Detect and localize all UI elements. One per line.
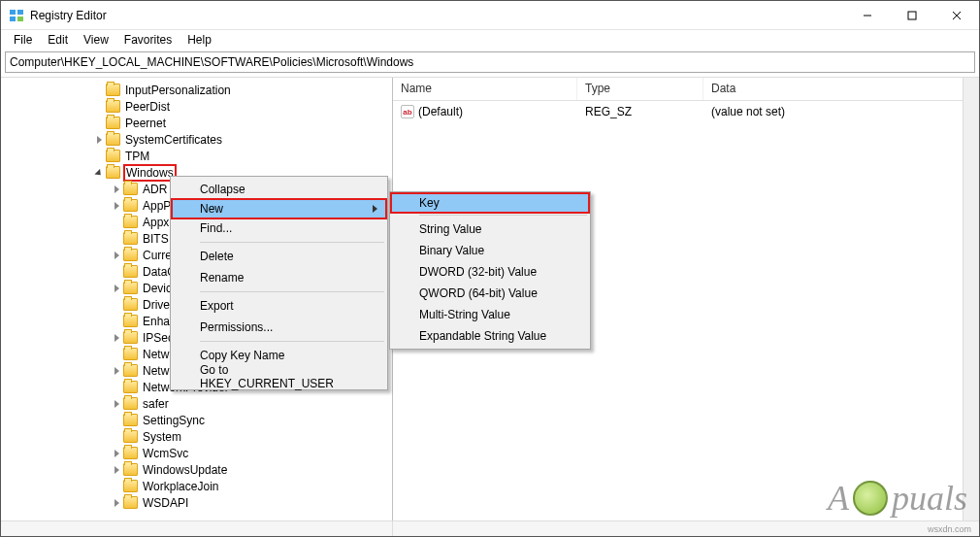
folder-icon — [123, 364, 138, 377]
tree-node[interactable]: WSDAPI — [1, 494, 392, 511]
folder-icon — [123, 414, 138, 426]
tree-node[interactable]: TPM — [1, 148, 392, 164]
col-data[interactable]: Data — [703, 78, 956, 100]
folder-icon — [123, 331, 138, 344]
tree-node-label: SettingSync — [141, 414, 207, 427]
tree-node[interactable]: PeerDist — [1, 98, 392, 115]
value-data: (value not set) — [703, 105, 956, 118]
folder-icon — [123, 496, 138, 509]
minimize-button[interactable] — [845, 1, 890, 30]
new-submenu: Key String Value Binary Value DWORD (32-… — [389, 191, 591, 350]
expand-icon-closed[interactable] — [92, 136, 106, 144]
folder-icon — [106, 166, 120, 179]
menu-help[interactable]: Help — [180, 31, 218, 49]
menu-favorites[interactable]: Favorites — [117, 31, 179, 49]
submenu-key[interactable]: Key — [390, 192, 590, 214]
list-header: Name Type Data — [393, 78, 979, 101]
window-title: Registry Editor — [30, 9, 107, 22]
folder-icon — [123, 183, 138, 195]
folder-icon — [123, 315, 138, 327]
statusbar — [1, 520, 979, 536]
ctx-rename[interactable]: Rename — [173, 267, 385, 288]
maximize-button[interactable] — [890, 1, 934, 30]
submenu-binary[interactable]: Binary Value — [392, 240, 588, 261]
folder-icon — [106, 133, 120, 146]
tree-node[interactable]: System — [1, 428, 392, 445]
value-name: (Default) — [418, 105, 463, 118]
tree-node-label: WindowsUpdate — [141, 463, 229, 477]
tree-node-label: safer — [141, 397, 171, 411]
expand-icon-closed[interactable] — [110, 400, 123, 408]
ctx-separator — [200, 341, 384, 342]
ctx-delete[interactable]: Delete — [173, 246, 385, 267]
ctx-export[interactable]: Export — [173, 295, 385, 317]
ctx-permissions[interactable]: Permissions... — [173, 317, 385, 338]
submenu-dword[interactable]: DWORD (32-bit) Value — [392, 261, 588, 283]
regedit-icon — [9, 8, 24, 23]
tree-node-label: Devic — [141, 282, 174, 295]
menu-view[interactable]: View — [77, 31, 115, 49]
tree-node-label: ADR — [141, 183, 169, 196]
ctx-separator — [200, 291, 384, 292]
tree-node[interactable]: SystemCertificates — [1, 131, 392, 148]
expand-icon-closed[interactable] — [110, 499, 123, 507]
expand-icon-closed[interactable] — [110, 285, 123, 292]
value-type: REG_SZ — [577, 105, 703, 118]
folder-icon — [123, 381, 138, 393]
folder-icon — [123, 463, 138, 476]
expand-icon-closed[interactable] — [110, 202, 123, 210]
ctx-find[interactable]: Find... — [173, 218, 385, 239]
svg-rect-0 — [10, 10, 16, 15]
tree-node[interactable]: WorkplaceJoin — [1, 478, 392, 494]
folder-icon — [123, 265, 138, 278]
tree-node[interactable]: SettingSync — [1, 412, 392, 428]
folder-icon — [123, 249, 138, 261]
tree-node-label: Curre — [141, 249, 174, 262]
menu-file[interactable]: File — [7, 31, 39, 49]
folder-icon — [123, 397, 138, 410]
tree-node-label: WorkplaceJoin — [141, 480, 220, 493]
tree-node[interactable]: WindowsUpdate — [1, 461, 392, 478]
folder-icon — [123, 298, 138, 311]
tree-node-label: TPM — [123, 150, 151, 163]
tree-node-label: PeerDist — [123, 100, 172, 114]
tree-node[interactable]: Peernet — [1, 115, 392, 131]
folder-icon — [123, 480, 138, 492]
expand-icon-closed[interactable] — [110, 185, 123, 193]
ctx-separator — [200, 242, 384, 243]
submenu-string[interactable]: String Value — [392, 218, 588, 240]
submenu-multistring[interactable]: Multi-String Value — [392, 304, 588, 325]
ctx-collapse[interactable]: Collapse — [173, 179, 385, 200]
tree-node-label: System — [141, 430, 183, 444]
submenu-qword[interactable]: QWORD (64-bit) Value — [392, 283, 588, 304]
menu-edit[interactable]: Edit — [41, 31, 75, 49]
expand-icon-closed[interactable] — [110, 466, 123, 474]
tree-node-label: AppP — [141, 199, 173, 213]
expand-icon-closed[interactable] — [110, 367, 123, 375]
ctx-new[interactable]: New — [171, 198, 387, 219]
folder-icon — [123, 348, 138, 360]
tree-node[interactable]: InputPersonalization — [1, 82, 392, 98]
ctx-new-label: New — [200, 202, 223, 216]
col-type[interactable]: Type — [577, 78, 703, 100]
expand-icon-open[interactable] — [92, 170, 106, 175]
expand-icon-closed[interactable] — [110, 252, 123, 259]
tree-node[interactable]: safer — [1, 395, 392, 412]
expand-icon-closed[interactable] — [110, 450, 123, 457]
expand-icon-closed[interactable] — [110, 334, 123, 342]
tree-node[interactable]: WcmSvc — [1, 445, 392, 461]
vertical-scrollbar[interactable] — [963, 78, 979, 520]
value-row[interactable]: (Default) REG_SZ (value not set) — [393, 103, 979, 120]
ctx-goto-hkcu[interactable]: Go to HKEY_CURRENT_USER — [173, 366, 385, 387]
tree-node-label: Enha — [141, 315, 172, 328]
folder-icon — [123, 199, 138, 212]
svg-rect-5 — [908, 12, 916, 19]
submenu-key-label: Key — [419, 196, 440, 210]
attribution: wsxdn.com — [928, 524, 971, 534]
context-menu: Collapse New Find... Delete Rename Expor… — [170, 176, 388, 390]
address-bar[interactable]: Computer\HKEY_LOCAL_MACHINE\SOFTWARE\Pol… — [5, 51, 975, 73]
close-button[interactable] — [934, 1, 979, 30]
col-name[interactable]: Name — [393, 78, 577, 100]
submenu-expandable[interactable]: Expandable String Value — [392, 325, 588, 347]
tree-node-label: Appx — [141, 216, 171, 229]
